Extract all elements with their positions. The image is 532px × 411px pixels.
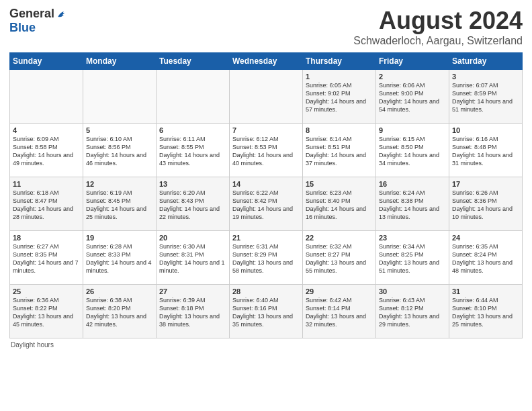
calendar-cell: 16Sunrise: 6:24 AM Sunset: 8:38 PM Dayli… <box>376 177 449 231</box>
calendar-cell: 5Sunrise: 6:10 AM Sunset: 8:56 PM Daylig… <box>83 124 157 177</box>
weekday-header-saturday: Saturday <box>449 53 523 70</box>
day-number: 4 <box>13 126 80 134</box>
calendar-cell <box>230 70 303 124</box>
day-number: 8 <box>306 126 373 134</box>
day-content: Sunrise: 6:05 AM Sunset: 9:02 PM Dayligh… <box>306 81 373 114</box>
calendar-cell: 18Sunrise: 6:27 AM Sunset: 8:35 PM Dayli… <box>10 231 83 285</box>
calendar-cell: 3Sunrise: 6:07 AM Sunset: 8:59 PM Daylig… <box>449 70 523 124</box>
weekday-header-friday: Friday <box>376 53 449 70</box>
calendar-cell <box>83 70 157 124</box>
day-content: Sunrise: 6:22 AM Sunset: 8:42 PM Dayligh… <box>232 189 300 222</box>
day-content: Sunrise: 6:14 AM Sunset: 8:51 PM Dayligh… <box>306 135 373 168</box>
calendar-cell: 26Sunrise: 6:38 AM Sunset: 8:20 PM Dayli… <box>83 285 157 338</box>
calendar-cell <box>157 70 230 124</box>
calendar-cell: 23Sunrise: 6:34 AM Sunset: 8:25 PM Dayli… <box>376 231 449 285</box>
calendar-cell: 25Sunrise: 6:36 AM Sunset: 8:22 PM Dayli… <box>10 285 83 338</box>
day-number: 9 <box>379 126 446 134</box>
day-content: Sunrise: 6:44 AM Sunset: 8:10 PM Dayligh… <box>452 296 519 329</box>
weekday-header-tuesday: Tuesday <box>157 53 230 70</box>
calendar-cell: 22Sunrise: 6:32 AM Sunset: 8:27 PM Dayli… <box>303 231 376 285</box>
calendar-cell: 9Sunrise: 6:15 AM Sunset: 8:50 PM Daylig… <box>376 124 449 177</box>
calendar-cell: 2Sunrise: 6:06 AM Sunset: 9:00 PM Daylig… <box>376 70 449 124</box>
calendar-table: SundayMondayTuesdayWednesdayThursdayFrid… <box>9 52 523 338</box>
day-content: Sunrise: 6:23 AM Sunset: 8:40 PM Dayligh… <box>306 189 373 222</box>
calendar-cell: 24Sunrise: 6:35 AM Sunset: 8:24 PM Dayli… <box>449 231 523 285</box>
day-content: Sunrise: 6:15 AM Sunset: 8:50 PM Dayligh… <box>379 135 446 168</box>
day-number: 25 <box>13 287 80 295</box>
day-number: 18 <box>13 234 80 242</box>
day-number: 15 <box>306 180 373 188</box>
day-content: Sunrise: 6:09 AM Sunset: 8:58 PM Dayligh… <box>13 135 80 168</box>
day-number: 13 <box>159 180 226 188</box>
day-content: Sunrise: 6:19 AM Sunset: 8:45 PM Dayligh… <box>86 189 153 222</box>
calendar-cell: 11Sunrise: 6:18 AM Sunset: 8:47 PM Dayli… <box>10 177 83 231</box>
day-number: 1 <box>306 73 373 81</box>
day-number: 2 <box>379 73 446 81</box>
day-number: 26 <box>86 287 153 295</box>
day-content: Sunrise: 6:31 AM Sunset: 8:29 PM Dayligh… <box>232 242 300 275</box>
calendar-cell: 4Sunrise: 6:09 AM Sunset: 8:58 PM Daylig… <box>10 124 83 177</box>
logo-general-text: General <box>9 7 54 21</box>
calendar-cell: 7Sunrise: 6:12 AM Sunset: 8:53 PM Daylig… <box>230 124 303 177</box>
main-title: August 2024 <box>353 7 523 35</box>
calendar-cell: 6Sunrise: 6:11 AM Sunset: 8:55 PM Daylig… <box>157 124 230 177</box>
day-number: 27 <box>159 287 226 295</box>
day-content: Sunrise: 6:38 AM Sunset: 8:20 PM Dayligh… <box>86 296 153 329</box>
day-content: Sunrise: 6:35 AM Sunset: 8:24 PM Dayligh… <box>452 242 519 275</box>
calendar-body: 1Sunrise: 6:05 AM Sunset: 9:02 PM Daylig… <box>10 70 523 338</box>
calendar-row: 18Sunrise: 6:27 AM Sunset: 8:35 PM Dayli… <box>10 231 523 285</box>
day-content: Sunrise: 6:07 AM Sunset: 8:59 PM Dayligh… <box>452 81 519 114</box>
calendar-row: 1Sunrise: 6:05 AM Sunset: 9:02 PM Daylig… <box>10 70 523 124</box>
day-number: 20 <box>159 234 226 242</box>
day-number: 22 <box>306 234 373 242</box>
calendar-cell: 27Sunrise: 6:39 AM Sunset: 8:18 PM Dayli… <box>157 285 230 338</box>
day-content: Sunrise: 6:27 AM Sunset: 8:35 PM Dayligh… <box>13 242 80 275</box>
title-block: August 2024 Schwaderloch, Aargau, Switze… <box>353 7 523 47</box>
weekday-header-sunday: Sunday <box>10 53 83 70</box>
day-content: Sunrise: 6:34 AM Sunset: 8:25 PM Dayligh… <box>379 242 446 275</box>
day-content: Sunrise: 6:32 AM Sunset: 8:27 PM Dayligh… <box>306 242 373 275</box>
day-number: 6 <box>159 126 226 134</box>
calendar-cell: 30Sunrise: 6:43 AM Sunset: 8:12 PM Dayli… <box>376 285 449 338</box>
calendar-cell: 13Sunrise: 6:20 AM Sunset: 8:43 PM Dayli… <box>157 177 230 231</box>
page: General Blue August 2024 Schwaderloch, A… <box>0 0 532 411</box>
calendar-cell: 19Sunrise: 6:28 AM Sunset: 8:33 PM Dayli… <box>83 231 157 285</box>
day-number: 11 <box>13 180 80 188</box>
day-content: Sunrise: 6:11 AM Sunset: 8:55 PM Dayligh… <box>159 135 226 168</box>
calendar-header: SundayMondayTuesdayWednesdayThursdayFrid… <box>10 53 523 70</box>
logo: General Blue <box>9 7 69 35</box>
day-number: 12 <box>86 180 153 188</box>
header-row: SundayMondayTuesdayWednesdayThursdayFrid… <box>10 53 523 70</box>
day-content: Sunrise: 6:16 AM Sunset: 8:48 PM Dayligh… <box>452 135 519 168</box>
calendar-cell: 8Sunrise: 6:14 AM Sunset: 8:51 PM Daylig… <box>303 124 376 177</box>
subtitle: Schwaderloch, Aargau, Switzerland <box>353 35 523 47</box>
day-number: 31 <box>452 287 519 295</box>
day-content: Sunrise: 6:18 AM Sunset: 8:47 PM Dayligh… <box>13 189 80 222</box>
day-number: 16 <box>379 180 446 188</box>
day-content: Sunrise: 6:43 AM Sunset: 8:12 PM Dayligh… <box>379 296 446 329</box>
calendar-cell: 21Sunrise: 6:31 AM Sunset: 8:29 PM Dayli… <box>230 231 303 285</box>
calendar-row: 11Sunrise: 6:18 AM Sunset: 8:47 PM Dayli… <box>10 177 523 231</box>
day-number: 14 <box>232 180 300 188</box>
day-number: 10 <box>452 126 519 134</box>
calendar-cell: 29Sunrise: 6:42 AM Sunset: 8:14 PM Dayli… <box>303 285 376 338</box>
calendar-cell <box>10 70 83 124</box>
day-number: 5 <box>86 126 153 134</box>
day-content: Sunrise: 6:36 AM Sunset: 8:22 PM Dayligh… <box>13 296 80 329</box>
day-number: 19 <box>86 234 153 242</box>
footer-note: Daylight hours <box>9 341 523 349</box>
day-content: Sunrise: 6:39 AM Sunset: 8:18 PM Dayligh… <box>159 296 226 329</box>
day-content: Sunrise: 6:12 AM Sunset: 8:53 PM Dayligh… <box>232 135 300 168</box>
day-content: Sunrise: 6:10 AM Sunset: 8:56 PM Dayligh… <box>86 135 153 168</box>
day-content: Sunrise: 6:30 AM Sunset: 8:31 PM Dayligh… <box>159 242 226 275</box>
logo-blue-text: Blue <box>9 21 36 35</box>
calendar-cell: 12Sunrise: 6:19 AM Sunset: 8:45 PM Dayli… <box>83 177 157 231</box>
day-content: Sunrise: 6:28 AM Sunset: 8:33 PM Dayligh… <box>86 242 153 275</box>
calendar-cell: 28Sunrise: 6:40 AM Sunset: 8:16 PM Dayli… <box>230 285 303 338</box>
day-number: 29 <box>306 287 373 295</box>
day-content: Sunrise: 6:42 AM Sunset: 8:14 PM Dayligh… <box>306 296 373 329</box>
day-number: 24 <box>452 234 519 242</box>
calendar-cell: 31Sunrise: 6:44 AM Sunset: 8:10 PM Dayli… <box>449 285 523 338</box>
weekday-header-monday: Monday <box>83 53 157 70</box>
day-number: 30 <box>379 287 446 295</box>
